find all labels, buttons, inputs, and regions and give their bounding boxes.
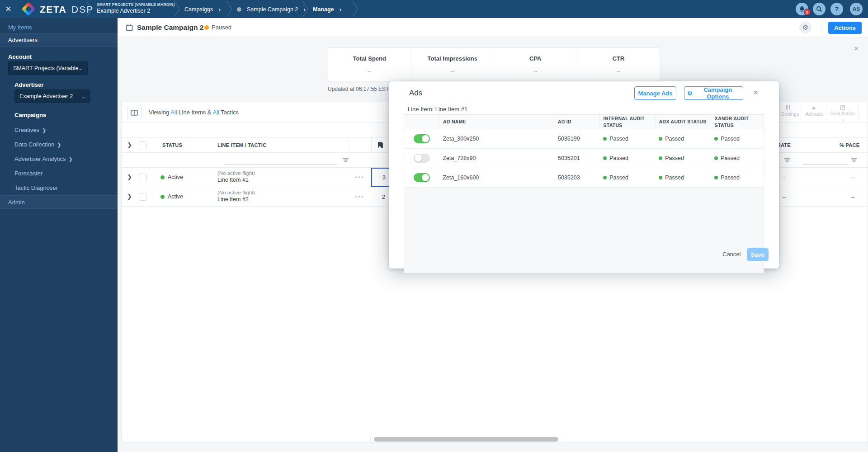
modal-close-icon[interactable]: × — [753, 89, 758, 96]
column-header-ad-id: AD ID — [554, 115, 599, 129]
campaign-options-label: Campaign Options — [696, 86, 740, 100]
creative-doc-icon — [377, 141, 383, 149]
internal-audit-status: Passed — [599, 155, 655, 161]
columns-icon — [131, 110, 138, 116]
breadcrumb-campaigns-label: Campaigns — [184, 6, 213, 13]
xandr-audit-status: Passed — [711, 136, 764, 142]
sidebar-item-my-items[interactable]: My Items — [8, 24, 32, 31]
manage-ads-button[interactable]: Manage Ads — [634, 86, 676, 100]
row-expand-chevron[interactable]: ❯ — [127, 193, 132, 200]
breadcrumb-manage[interactable]: Manage — [313, 5, 342, 14]
breadcrumb-campaign[interactable]: Sample Campaign 2 — [237, 5, 306, 14]
ad-row: Zeta_728x90 5035201 Passed Passed Passed — [404, 149, 764, 168]
toolbar-label: Activate — [801, 111, 828, 117]
sidebar-item-tactic-diagnoser[interactable]: Tactic Diagnoser — [14, 184, 58, 191]
save-button[interactable]: Save — [747, 248, 769, 261]
row-menu-dots[interactable]: ••• — [355, 193, 364, 200]
column-header-adx-audit: ADX AUDIT STATUS — [655, 115, 711, 129]
line-item-filter-input[interactable] — [224, 156, 337, 165]
calendar-icon — [126, 24, 133, 31]
active-status-dot — [160, 175, 165, 179]
sidebar-item-data-collection[interactable]: Data Collection❯ — [14, 141, 61, 148]
sidebar-item-advertisers[interactable]: Advertisers — [0, 33, 118, 47]
column-header-line-item[interactable]: LINE ITEM / TACTIC — [217, 142, 266, 148]
row-checkbox[interactable] — [139, 174, 146, 181]
ads-table-empty-area — [404, 188, 764, 273]
column-header-pace[interactable]: % PACE — [840, 142, 859, 148]
filter-icon[interactable] — [784, 157, 790, 162]
row-menu-dots[interactable]: ••• — [355, 174, 364, 181]
campaign-status-dot — [237, 7, 241, 12]
search-button[interactable] — [813, 3, 826, 15]
toggle-knob — [415, 155, 422, 162]
ads-count-cell[interactable]: 2 — [371, 187, 390, 207]
line-item-name[interactable]: Line Item #2 — [217, 196, 255, 202]
stat-value: -- — [411, 67, 494, 74]
account-label: Account — [8, 53, 32, 60]
help-button[interactable]: ? — [830, 3, 843, 15]
win-rate-value: – — [783, 174, 786, 181]
passed-dot-icon — [714, 156, 718, 160]
viewing-suffix: Tactics — [221, 109, 239, 116]
modal-title: Ads — [409, 89, 422, 98]
cancel-button[interactable]: Cancel — [722, 251, 741, 258]
ad-toggle-2[interactable] — [414, 173, 430, 182]
nav-label: Forecaster — [14, 170, 42, 177]
stat-ctr: CTR -- — [577, 48, 660, 81]
pace-filter-input[interactable] — [803, 156, 849, 165]
avatar[interactable]: AS — [850, 3, 863, 15]
stats-close-icon[interactable]: × — [854, 45, 859, 52]
account-select[interactable]: SMART Projects (Variable M... ⌄ — [8, 61, 88, 75]
bulk-edit-icon — [840, 105, 845, 110]
viewing-all-tactics-link[interactable]: All — [212, 109, 219, 116]
expand-all-chevron[interactable]: ❯ — [127, 141, 132, 148]
settings-gear-button[interactable]: ⚙ — [799, 21, 811, 33]
toggle-knob — [422, 135, 429, 142]
select-all-checkbox[interactable] — [139, 141, 146, 149]
sidebar-item-forecaster[interactable]: Forecaster — [14, 170, 42, 177]
scrollbar-divider — [370, 436, 371, 443]
breadcrumb-separator-icon — [302, 1, 309, 17]
advertiser-select[interactable]: Example Advertiser 2 ⌄ — [14, 89, 90, 103]
sidebar-advertisers-label: Advertisers — [8, 37, 38, 43]
scrollbar-thumb[interactable] — [374, 437, 558, 442]
sidebar: My Items Advertisers Account SMART Proje… — [0, 18, 118, 452]
column-header-status[interactable]: STATUS — [162, 142, 182, 148]
chevron-right-icon — [340, 5, 342, 14]
breadcrumb-campaigns[interactable]: Campaigns — [184, 5, 221, 14]
actions-button[interactable]: Actions — [828, 22, 862, 34]
toolbar-divider — [858, 104, 859, 120]
stat-value: -- — [328, 67, 411, 74]
viewing-all-line-items-link[interactable]: All — [170, 109, 177, 116]
ad-toggle-0[interactable] — [414, 134, 430, 143]
row-checkbox[interactable] — [139, 193, 146, 201]
columns-toggle-button[interactable] — [127, 106, 142, 119]
toolbar-activate[interactable]: ▶ Activate — [801, 105, 828, 117]
close-icon[interactable]: × — [5, 0, 11, 18]
sidebar-item-advertiser-analytics[interactable]: Advertiser Analytics❯ — [14, 155, 73, 162]
filter-icon[interactable] — [343, 157, 349, 162]
sidebar-item-campaigns[interactable]: Campaigns — [14, 112, 46, 118]
ads-count-cell-selected[interactable]: 3 — [371, 168, 390, 187]
advertiser-select-value: Example Advertiser 2 — [19, 93, 73, 99]
chevron-down-icon: ⌄ — [81, 94, 85, 99]
sidebar-item-admin[interactable]: Admin — [0, 195, 118, 209]
breadcrumb-separator-icon — [86, 1, 93, 17]
stat-label: Total Impressions — [411, 55, 494, 62]
flight-status: (No active flight) — [217, 190, 255, 195]
ads-modal: Ads Manage Ads ⚙ Campaign Options × Line… — [389, 81, 779, 268]
filter-icon[interactable] — [851, 157, 857, 162]
viewing-prefix: Viewing — [149, 109, 169, 116]
line-item-name[interactable]: Line Item #1 — [217, 177, 255, 183]
brand-zeta: ZETA — [40, 4, 66, 15]
chevron-right-icon: ❯ — [68, 156, 72, 162]
ad-toggle-1[interactable] — [414, 154, 430, 163]
line-item-cell: (No active flight) Line Item #2 — [217, 190, 255, 202]
line-item-cell: (No active flight) Line Item #1 — [217, 170, 255, 183]
stat-value: -- — [494, 67, 577, 74]
sidebar-item-creatives[interactable]: Creatives❯ — [14, 127, 46, 133]
row-expand-chevron[interactable]: ❯ — [127, 174, 132, 180]
column-header-ad-name: AD NAME — [439, 115, 554, 129]
toolbar-bulk-action[interactable]: Bulk Action ⌄ — [828, 105, 858, 122]
campaign-options-button[interactable]: ⚙ Campaign Options — [684, 86, 743, 100]
